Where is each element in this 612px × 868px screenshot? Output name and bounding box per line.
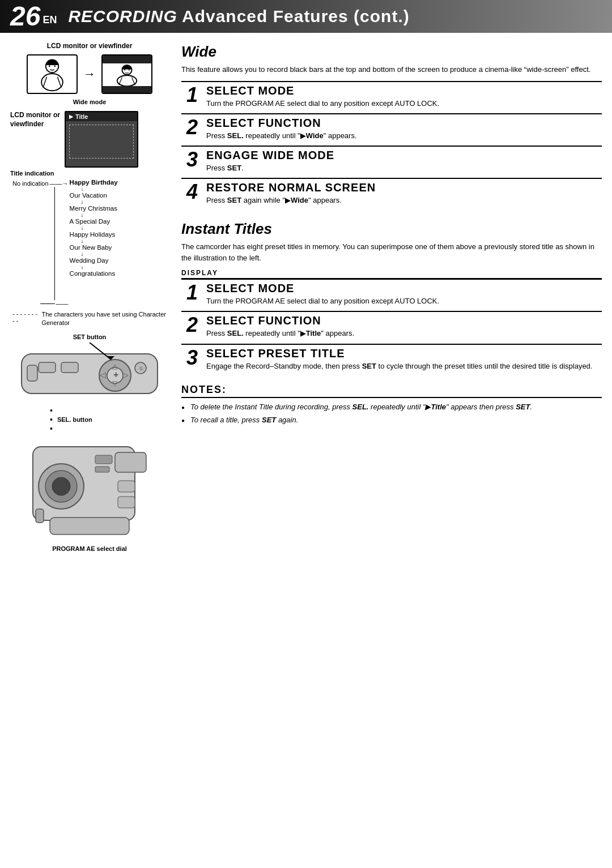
wide-step-1-desc: Turn the PROGRAM AE select dial to any p… bbox=[206, 99, 602, 109]
svg-rect-24 bbox=[27, 365, 37, 381]
svg-line-4 bbox=[43, 77, 47, 88]
wide-step-3-number: 3 bbox=[181, 147, 203, 178]
wide-top-bar bbox=[103, 55, 151, 63]
page-number: 26 bbox=[10, 3, 40, 30]
svg-point-7 bbox=[117, 75, 137, 86]
lcd-label2-line1: LCD monitor or bbox=[10, 111, 60, 120]
wide-step-2: 2 SELECT FUNCTION Press SEL. repeatedly … bbox=[181, 113, 602, 146]
wide-step-4: 4 RESTORE NORMAL SCREEN Press SET again … bbox=[181, 178, 602, 210]
lcd-title-text: Title bbox=[75, 113, 88, 120]
title-1: Our Vacation bbox=[70, 192, 107, 199]
svg-point-8 bbox=[124, 69, 125, 70]
dashed-note-text: The characters you have set using Charac… bbox=[41, 310, 169, 328]
lcd-wide-view bbox=[101, 54, 152, 94]
notes-heading: NOTES: bbox=[181, 384, 602, 398]
sel-dots: • • • bbox=[50, 406, 53, 433]
no-indication-label: No indication bbox=[12, 180, 49, 187]
wide-step-1-content: SELECT MODE Turn the PROGRAM AE select d… bbox=[203, 82, 602, 113]
no-indication-row: No indication ——→ bbox=[12, 180, 69, 187]
title-3: A Special Day bbox=[70, 218, 110, 225]
lcd-dashed-rect bbox=[69, 125, 134, 159]
person-wide-svg bbox=[103, 63, 151, 86]
wide-description: This feature allows you to record black … bbox=[181, 64, 602, 75]
lcd-label2-line2: viewfinder bbox=[10, 120, 60, 129]
wide-step-4-content: RESTORE NORMAL SCREEN Press SET again wh… bbox=[203, 179, 602, 210]
wide-step-2-number: 2 bbox=[181, 114, 203, 146]
instant-titles-desc: The camcorder has eight preset titles in… bbox=[181, 241, 602, 263]
title-7: Congratulations bbox=[70, 270, 116, 277]
instant-titles-section: Instant Titles The camcorder has eight p… bbox=[181, 220, 602, 426]
svg-rect-13 bbox=[39, 362, 56, 373]
lcd-section2: LCD monitor or viewfinder ▶ Title bbox=[10, 111, 169, 168]
it-step-3: 3 SELECT PRESET TITLE Engage the Record–… bbox=[181, 344, 602, 376]
wide-step-2-heading: SELECT FUNCTION bbox=[206, 117, 602, 129]
it-step-3-heading: SELECT PRESET TITLE bbox=[206, 347, 602, 360]
no-indication-side: No indication ——→ —— bbox=[12, 179, 69, 307]
wide-section: Wide This feature allows you to record b… bbox=[181, 43, 602, 210]
svg-rect-12 bbox=[22, 354, 158, 394]
svg-text:▽: ▽ bbox=[112, 379, 118, 387]
dashed-note: - - - - - - - - - The characters you hav… bbox=[12, 310, 169, 328]
svg-rect-34 bbox=[50, 518, 129, 535]
svg-line-5 bbox=[57, 77, 61, 88]
down-arrow-2: ↓ bbox=[81, 212, 84, 218]
set-button-label: SET button bbox=[10, 333, 169, 340]
wide-step-1-number: 1 bbox=[181, 82, 203, 113]
wide-step-4-heading: RESTORE NORMAL SCREEN bbox=[206, 181, 602, 194]
svg-line-10 bbox=[119, 78, 122, 85]
it-step-2-content: SELECT FUNCTION Press SEL. repeatedly un… bbox=[203, 312, 602, 343]
arrow-right-icon: → bbox=[83, 67, 96, 82]
lcd-normal-view bbox=[27, 54, 78, 94]
lcd-screen2: ▶ Title bbox=[65, 111, 138, 168]
note-item-1: To delete the Instant Title during recor… bbox=[181, 401, 602, 413]
bottom-line-row: —— bbox=[40, 300, 69, 307]
it-step-2: 2 SELECT FUNCTION Press SEL. repeatedly … bbox=[181, 311, 602, 343]
svg-rect-33 bbox=[118, 497, 135, 508]
wide-step-1-heading: SELECT MODE bbox=[206, 84, 602, 97]
svg-text:▷: ▷ bbox=[122, 370, 129, 379]
page-header: 26 EN RECORDING Advanced Features (cont.… bbox=[0, 0, 612, 33]
arrow-to-titles: ——→ bbox=[50, 180, 69, 187]
svg-rect-36 bbox=[95, 467, 109, 472]
wide-step-1: 1 SELECT MODE Turn the PROGRAM AE select… bbox=[181, 81, 602, 113]
wide-mode-label: Wide mode bbox=[10, 99, 169, 105]
sel-button-area: • • • SEL. button bbox=[10, 406, 169, 433]
wide-step-4-number: 4 bbox=[181, 179, 203, 210]
wide-middle bbox=[103, 63, 151, 86]
notes-list: To delete the Instant Title during recor… bbox=[181, 401, 602, 426]
svg-line-11 bbox=[132, 78, 135, 85]
main-content: LCD monitor or viewfinder bbox=[0, 33, 612, 552]
svg-point-9 bbox=[129, 69, 130, 70]
titles-diagram: No indication ——→ —— Happy Birthday ↓ Ou… bbox=[12, 179, 169, 307]
svg-rect-37 bbox=[36, 509, 44, 523]
it-step-2-desc: Press SEL. repeatedly until "▶Title" app… bbox=[206, 328, 602, 339]
lcd-images: → bbox=[10, 54, 169, 94]
title-4: Happy Holidays bbox=[70, 231, 116, 238]
down-arrow-1: ↓ bbox=[81, 199, 84, 205]
note-item-2: To recall a title, press SET again. bbox=[181, 414, 602, 426]
bottom-horiz-line bbox=[40, 303, 55, 304]
title-2: Merry Christmas bbox=[70, 205, 117, 212]
it-step-1-content: SELECT MODE Turn the PROGRAM AE select d… bbox=[203, 280, 602, 311]
display-label: DISPLAY bbox=[181, 269, 602, 279]
triangle-icon: ▶ bbox=[69, 114, 73, 119]
it-step-2-heading: SELECT FUNCTION bbox=[206, 314, 602, 327]
lcd-label2: LCD monitor or viewfinder bbox=[10, 111, 60, 129]
svg-text:△: △ bbox=[112, 362, 118, 370]
header-recording: RECORDING bbox=[68, 7, 177, 25]
program-ae-label: PROGRAM AE select dial bbox=[10, 545, 169, 552]
vertical-spine bbox=[54, 187, 55, 300]
wide-step-3-heading: ENGAGE WIDE MODE bbox=[206, 149, 602, 161]
title-indication-label: Title indication bbox=[10, 170, 169, 177]
svg-rect-31 bbox=[115, 452, 146, 472]
wide-step-3-content: ENGAGE WIDE MODE Press SET. bbox=[203, 147, 602, 178]
svg-point-30 bbox=[52, 477, 70, 495]
svg-text:+: + bbox=[113, 370, 118, 379]
svg-rect-35 bbox=[95, 455, 112, 464]
svg-point-2 bbox=[49, 65, 50, 67]
left-column: LCD monitor or viewfinder bbox=[0, 42, 176, 552]
it-step-1-desc: Turn the PROGRAM AE select dial to any p… bbox=[206, 296, 602, 306]
wide-step-4-desc: Press SET again while "▶Wide" appears. bbox=[206, 195, 602, 206]
svg-rect-14 bbox=[61, 362, 78, 373]
svg-point-3 bbox=[54, 65, 56, 67]
